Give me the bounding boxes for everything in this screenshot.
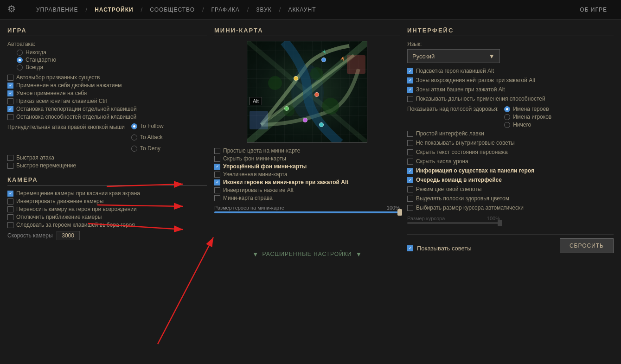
cb-simple-bg[interactable]: Упрощённый фон мини-карты	[214, 163, 400, 170]
cb-autopick[interactable]: Автовыбор призванных существ	[7, 74, 207, 81]
cb-neutral-zones-box[interactable]	[407, 77, 413, 83]
force-follow-input[interactable]	[131, 123, 137, 129]
cb-no-tips-box[interactable]	[407, 140, 413, 146]
cb-colorblind-box[interactable]	[407, 186, 413, 192]
cb-auto-cursor[interactable]: Выбирать размер курсора автоматически	[407, 204, 614, 211]
cb-invert-alt[interactable]: Инвертировать нажатие Alt	[214, 187, 400, 193]
cb-hide-status[interactable]: Скрыть текст состояния персонажа	[407, 149, 614, 155]
cb-stop-tp[interactable]: Остановка телепортации отдельной клавише…	[7, 106, 207, 112]
cb-quick-attack[interactable]: Быстрая атака	[7, 154, 207, 161]
cb-edge-scroll[interactable]: Перемещение камеры при касании края экра…	[7, 190, 207, 197]
cb-show-range[interactable]: Показывать дальность применения способно…	[407, 96, 614, 102]
radio-hero-names[interactable]: Имена героев	[504, 106, 551, 112]
nav-item-soobschestvo[interactable]: СООБЩЕСТВО	[143, 6, 201, 13]
nav-item-upravlenie[interactable]: УПРАВЛЕНИЕ	[30, 6, 85, 13]
cb-cam-zoom-box[interactable]	[7, 214, 13, 220]
cb-quick-move[interactable]: Быстрое перемещение	[7, 162, 207, 169]
cb-large-map[interactable]: Увеличенная мини-карта	[214, 171, 400, 178]
radio-standard[interactable]: Стандартно	[17, 57, 207, 63]
cb-hide-damage-box[interactable]	[407, 159, 413, 165]
cb-smart-selfcast[interactable]: Умное применение на себя	[7, 90, 207, 96]
hero-size-track[interactable]	[214, 211, 400, 213]
cb-ctrl-all-box[interactable]	[7, 98, 13, 104]
cb-hero-icons-box[interactable]	[214, 179, 220, 185]
force-deny-input[interactable]	[131, 146, 137, 152]
cb-no-tips[interactable]: Не показывать внутриигровые советы	[407, 140, 614, 146]
cb-stop-tp-box[interactable]	[7, 106, 13, 112]
cb-simple-colors-box[interactable]	[214, 148, 220, 154]
radio-standard-input[interactable]	[17, 57, 23, 63]
radio-nothing-input[interactable]	[504, 122, 510, 128]
cb-show-tips-box[interactable]	[407, 245, 413, 251]
nav-item-grafika[interactable]: ГРАФИКА	[205, 6, 246, 13]
cb-simple-colors[interactable]: Простые цвета на мини-карте	[214, 147, 400, 154]
radio-never-input[interactable]	[17, 50, 23, 56]
cb-invert-cam-box[interactable]	[7, 198, 13, 204]
nav-item-zvuk[interactable]: ЗВУК	[250, 6, 278, 13]
radio-always[interactable]: Всегда	[17, 64, 207, 70]
cb-colorblind[interactable]: Режим цветовой слепоты	[407, 186, 614, 192]
nav-item-ob-igre[interactable]: ОБ ИГРЕ	[573, 6, 614, 13]
cb-simple-bg-box[interactable]	[214, 164, 220, 170]
cb-cam-respawn-box[interactable]	[7, 206, 13, 212]
cb-tower-zones[interactable]: Зоны атаки башен при зажатой Alt	[407, 86, 614, 93]
cb-color-hp-box[interactable]	[407, 196, 413, 202]
nav-item-nastroyki[interactable]: НАСТРОЙКИ	[88, 6, 140, 13]
hero-size-slider[interactable]: Размер героев на мини-карте 100%	[214, 205, 400, 213]
advanced-settings-link[interactable]: РАСШИРЕННЫЕ НАСТРОЙКИ	[262, 251, 352, 257]
cursor-size-track[interactable]	[407, 222, 500, 224]
cb-hide-damage[interactable]: Скрыть числа урона	[407, 158, 614, 165]
cb-creature-info-box[interactable]	[407, 168, 413, 174]
force-option-follow[interactable]: To Follow	[131, 123, 164, 129]
speed-input[interactable]	[57, 231, 80, 240]
nav-item-akkount[interactable]: АККАУНТ	[282, 6, 322, 13]
cb-hide-bg-box[interactable]	[214, 156, 220, 162]
cb-cam-respawn[interactable]: Переносить камеру на героя при возрожден…	[7, 206, 207, 212]
force-option-attack[interactable]: To Attack	[131, 134, 164, 140]
force-attack-input[interactable]	[131, 134, 137, 140]
cb-queue-box[interactable]	[407, 177, 413, 183]
cb-tower-zones-box[interactable]	[407, 87, 413, 93]
cb-invert-cam[interactable]: Инвертировать движение камеры	[7, 198, 207, 204]
force-option-deny[interactable]: To Deny	[131, 145, 164, 152]
radio-hero-names-input[interactable]	[504, 106, 510, 112]
reset-button[interactable]: СБРОСИТЬ	[560, 238, 614, 253]
cb-large-map-box[interactable]	[214, 172, 220, 178]
radio-player-names-input[interactable]	[504, 114, 510, 120]
cb-show-range-box[interactable]	[407, 96, 413, 102]
lang-select[interactable]: Русский ▼	[407, 49, 500, 63]
cb-selfcast[interactable]: Применение на себя двойным нажатием	[7, 82, 207, 89]
cb-creature-info[interactable]: Информация о существах на панели героя	[407, 167, 614, 174]
cb-edge-scroll-box[interactable]	[7, 191, 13, 197]
cb-highlight-alt[interactable]: Подсветка героя клавишей Alt	[407, 68, 614, 74]
cb-neutral-zones[interactable]: Зоны возрождения нейтралов при зажатой A…	[407, 77, 614, 83]
cb-ctrl-all[interactable]: Приказ всем юнитам клавишей Ctrl	[7, 98, 207, 104]
cb-hero-icons[interactable]: Иконки героев на мини-карте при зажатой …	[214, 179, 400, 185]
cb-cam-zoom[interactable]: Отключить приближение камеры	[7, 214, 207, 220]
cb-autopick-box[interactable]	[7, 75, 13, 81]
radio-nothing[interactable]: Ничего	[504, 121, 551, 128]
cb-stop-ability-box[interactable]	[7, 114, 13, 120]
radio-always-input[interactable]	[17, 64, 23, 70]
cb-smart-selfcast-box[interactable]	[7, 90, 13, 96]
cb-stop-ability[interactable]: Остановка способностей отдельной клавише…	[7, 114, 207, 120]
cb-highlight-alt-box[interactable]	[407, 68, 413, 74]
cb-queue[interactable]: Очередь команд в интерфейсе	[407, 177, 614, 183]
cb-cam-follow[interactable]: Следовать за героем клавишей выбора геро…	[7, 222, 207, 228]
cb-quick-attack-box[interactable]	[7, 155, 13, 161]
cb-simple-shop[interactable]: Простой интерфейс лавки	[407, 130, 614, 137]
cb-auto-cursor-box[interactable]	[407, 205, 413, 211]
cb-map-right-box[interactable]	[214, 195, 220, 201]
radio-player-names[interactable]: Имена игроков	[504, 114, 551, 120]
cb-simple-shop-box[interactable]	[407, 131, 413, 137]
cb-color-hp[interactable]: Выделять полоски здоровья цветом	[407, 195, 614, 202]
cb-hide-status-box[interactable]	[407, 149, 413, 155]
cursor-size-slider[interactable]: Размер курсора 100%	[407, 216, 500, 224]
cb-map-right[interactable]: Мини-карта справа	[214, 195, 400, 201]
show-tips-row[interactable]: Показывать советы	[407, 245, 472, 252]
cb-invert-alt-box[interactable]	[214, 187, 220, 193]
cb-cam-follow-box[interactable]	[7, 222, 13, 228]
cb-quick-move-box[interactable]	[7, 163, 13, 169]
cb-hide-bg[interactable]: Скрыть фон мини-карты	[214, 155, 400, 162]
radio-never[interactable]: Никогда	[17, 49, 207, 56]
